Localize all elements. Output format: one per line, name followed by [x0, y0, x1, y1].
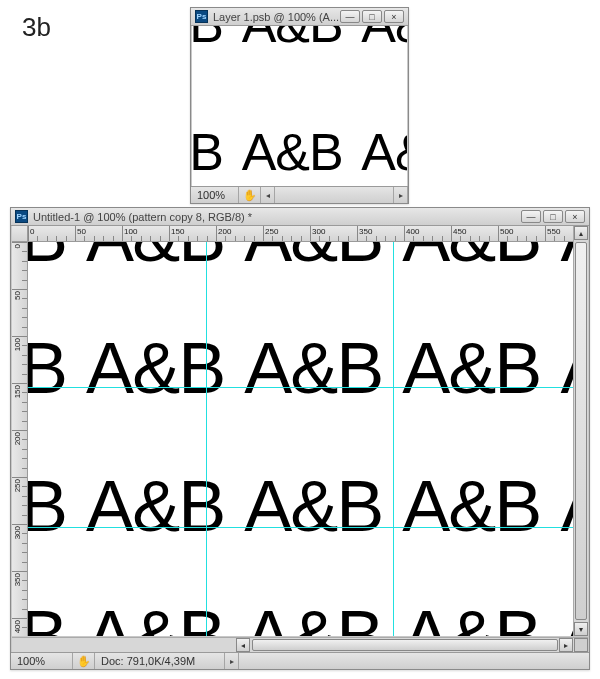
chevron-right-icon: ▸ [399, 191, 403, 200]
photoshop-window-small: Ps Layer 1.psb @ 100% (A... — □ × A&B A&… [190, 7, 409, 204]
ruler-horizontal[interactable]: 050100150200250300350400450500550 [28, 226, 573, 242]
close-button[interactable]: × [384, 10, 404, 23]
minimize-icon: — [346, 12, 355, 22]
titlebar[interactable]: Ps Untitled-1 @ 100% (pattern copy 8, RG… [11, 208, 589, 226]
maximize-button[interactable]: □ [362, 10, 382, 23]
photoshop-window-big: Ps Untitled-1 @ 100% (pattern copy 8, RG… [10, 207, 590, 670]
titlebar[interactable]: Ps Layer 1.psb @ 100% (A... — □ × [191, 8, 408, 26]
info-menu-button[interactable]: ▸ [225, 653, 239, 669]
status-info [275, 187, 394, 203]
window-title: Layer 1.psb @ 100% (A... [213, 11, 340, 23]
nav-right-button[interactable]: ▸ [394, 187, 408, 203]
maximize-icon: □ [550, 212, 555, 222]
hand-icon: ✋ [243, 190, 257, 201]
chevron-left-icon: ◂ [241, 641, 245, 650]
ruler-corner [12, 226, 28, 242]
chevron-down-icon: ▾ [579, 625, 583, 634]
zoom-field[interactable]: 100% [191, 187, 239, 203]
pattern-content: A&B A&B A&BA&B A&B A&B [192, 26, 407, 186]
scroll-right-button[interactable]: ▸ [559, 638, 573, 652]
zoom-field[interactable]: 100% [11, 653, 73, 669]
hand-icon: ✋ [77, 656, 91, 667]
photoshop-icon: Ps [195, 10, 208, 23]
close-icon: × [572, 212, 577, 222]
scroll-left-button[interactable]: ◂ [236, 638, 250, 652]
maximize-button[interactable]: □ [543, 210, 563, 223]
guide-horizontal[interactable] [28, 527, 573, 528]
guide-vertical[interactable] [393, 242, 394, 636]
hand-tool-button[interactable]: ✋ [73, 653, 95, 669]
ruler-vertical[interactable]: 050100150200250300350400 [12, 242, 28, 636]
minimize-icon: — [527, 212, 536, 222]
guide-horizontal[interactable] [28, 387, 573, 388]
hand-tool-button[interactable]: ✋ [239, 187, 261, 203]
scroll-thumb[interactable] [252, 639, 558, 651]
window-title: Untitled-1 @ 100% (pattern copy 8, RGB/8… [33, 211, 521, 223]
nav-left-button[interactable]: ◂ [261, 187, 275, 203]
photoshop-icon: Ps [15, 210, 28, 223]
minimize-button[interactable]: — [340, 10, 360, 23]
scrollbar-vertical[interactable]: ▴ ▾ [573, 226, 588, 636]
canvas-big[interactable]: A&B A&B A&B A&B A&BA&B A&B A&B A&B A&BA&… [28, 242, 573, 636]
chevron-right-icon: ▸ [230, 657, 234, 666]
scroll-down-button[interactable]: ▾ [574, 622, 588, 636]
statusbar-big: 100% ✋ Doc: 791,0K/4,39M ▸ [11, 652, 589, 669]
step-label: 3b [22, 12, 51, 43]
resize-grip[interactable] [574, 638, 588, 652]
chevron-up-icon: ▴ [579, 229, 583, 238]
pattern-content: A&B A&B A&B A&B A&BA&B A&B A&B A&B A&BA&… [28, 242, 573, 636]
scroll-up-button[interactable]: ▴ [574, 226, 588, 240]
doc-info[interactable]: Doc: 791,0K/4,39M [95, 653, 225, 669]
chevron-right-icon: ▸ [564, 641, 568, 650]
chevron-left-icon: ◂ [266, 191, 270, 200]
canvas-small[interactable]: A&B A&B A&BA&B A&B A&B [192, 26, 407, 186]
guide-vertical[interactable] [206, 242, 207, 636]
statusbar-small: 100% ✋ ◂ ▸ [191, 186, 408, 203]
maximize-icon: □ [369, 12, 374, 22]
close-button[interactable]: × [565, 210, 585, 223]
status-spacer [239, 653, 589, 669]
minimize-button[interactable]: — [521, 210, 541, 223]
scrollbar-horizontal[interactable]: ◂ ▸ [12, 637, 588, 652]
scroll-thumb[interactable] [575, 242, 587, 620]
close-icon: × [391, 12, 396, 22]
